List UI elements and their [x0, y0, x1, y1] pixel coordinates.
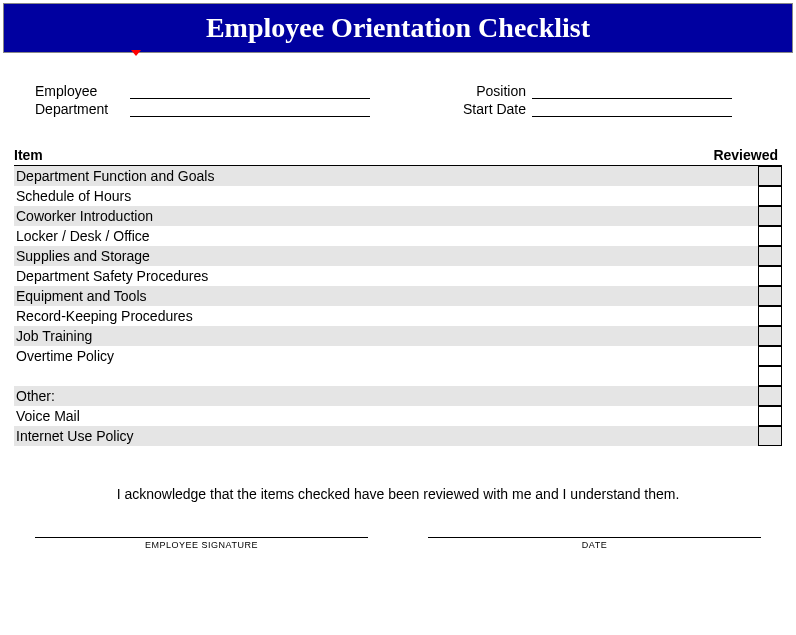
reviewed-checkbox[interactable] — [758, 286, 782, 306]
position-label: Position — [460, 83, 532, 99]
comment-indicator-icon — [131, 50, 141, 56]
date-signature-label: DATE — [428, 540, 761, 550]
reviewed-checkbox[interactable] — [758, 346, 782, 366]
checklist-item: Department Function and Goals — [14, 166, 756, 186]
signature-section: EMPLOYEE SIGNATURE DATE — [35, 537, 761, 550]
employee-signature-label: EMPLOYEE SIGNATURE — [35, 540, 368, 550]
other-item: Voice Mail — [14, 406, 756, 426]
column-item: Item — [14, 147, 710, 163]
other-item: Internet Use Policy — [14, 426, 756, 446]
acknowledgement-text: I acknowledge that the items checked hav… — [0, 486, 796, 502]
checklist-item: Supplies and Storage — [14, 246, 756, 266]
checklist-item: Schedule of Hours — [14, 186, 756, 206]
reviewed-checkbox[interactable] — [758, 306, 782, 326]
reviewed-checkbox[interactable] — [758, 226, 782, 246]
blank-row — [14, 366, 756, 386]
reviewed-checkbox[interactable] — [758, 326, 782, 346]
department-field[interactable] — [130, 116, 370, 117]
other-label: Other: — [14, 386, 756, 406]
checklist-item: Job Training — [14, 326, 756, 346]
reviewed-checkbox[interactable] — [758, 386, 782, 406]
reviewed-checkbox[interactable] — [758, 266, 782, 286]
department-label: Department — [35, 101, 130, 117]
date-signature-line[interactable] — [428, 537, 761, 538]
checklist-item: Equipment and Tools — [14, 286, 756, 306]
reviewed-checkbox[interactable] — [758, 406, 782, 426]
reviewed-checkbox[interactable] — [758, 166, 782, 186]
page-title: Employee Orientation Checklist — [3, 3, 793, 53]
reviewed-checkbox[interactable] — [758, 366, 782, 386]
checklist-item: Coworker Introduction — [14, 206, 756, 226]
position-field[interactable] — [532, 98, 732, 99]
start-date-label: Start Date — [460, 101, 532, 117]
reviewed-checkbox[interactable] — [758, 206, 782, 226]
employee-label: Employee — [35, 83, 130, 99]
checklist-item: Department Safety Procedures — [14, 266, 756, 286]
employee-field[interactable] — [130, 98, 370, 99]
reviewed-checkbox[interactable] — [758, 186, 782, 206]
reviewed-checkbox[interactable] — [758, 246, 782, 266]
employee-signature-line[interactable] — [35, 537, 368, 538]
checklist-table: Item Reviewed Department Function and Go… — [14, 147, 782, 446]
checklist-item: Overtime Policy — [14, 346, 756, 366]
employee-info: Employee Position Department Start Date — [35, 83, 761, 117]
checklist-item: Locker / Desk / Office — [14, 226, 756, 246]
start-date-field[interactable] — [532, 116, 732, 117]
reviewed-checkbox[interactable] — [758, 426, 782, 446]
column-reviewed: Reviewed — [710, 147, 782, 163]
checklist-item: Record-Keeping Procedures — [14, 306, 756, 326]
